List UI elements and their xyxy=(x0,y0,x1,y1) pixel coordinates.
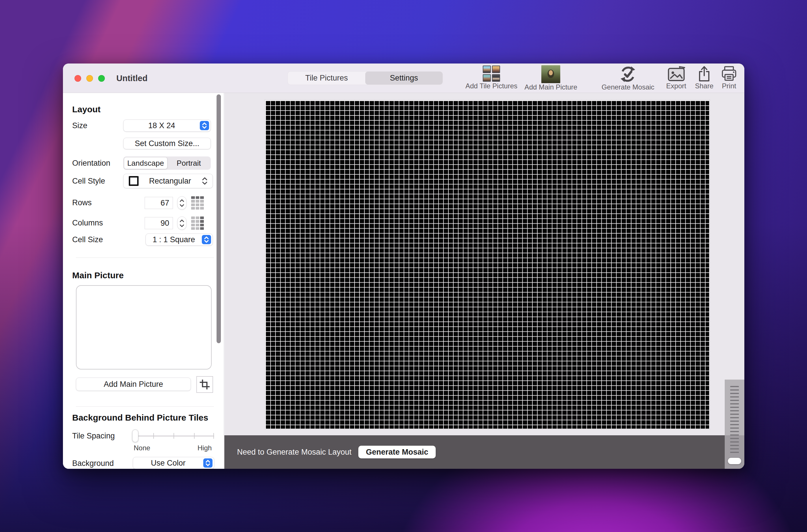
print-button[interactable]: Print xyxy=(721,65,737,93)
cell-size-label: Cell Size xyxy=(72,235,103,244)
set-custom-size-button[interactable]: Set Custom Size... xyxy=(123,138,211,149)
zoom-ruler-ticks xyxy=(730,386,739,455)
status-message: Need to Generate Mosaic Layout xyxy=(237,448,351,457)
popup-stepper-icon xyxy=(202,235,211,244)
toolbar-label: Export xyxy=(666,82,686,93)
background-header: Background Behind Picture Tiles xyxy=(72,413,208,423)
add-main-picture-button[interactable]: Add Main Picture xyxy=(76,378,191,391)
toolbar-label: Generate Mosaic xyxy=(602,83,655,94)
add-main-picture-toolbar-button[interactable]: Add Main Picture xyxy=(525,65,578,93)
zoom-slider[interactable] xyxy=(725,380,744,469)
columns-stepper[interactable] xyxy=(177,216,187,230)
set-custom-size-label: Set Custom Size... xyxy=(135,139,200,148)
rows-grid-icon xyxy=(191,196,204,210)
crop-button[interactable] xyxy=(196,376,213,393)
orientation-label: Orientation xyxy=(72,159,110,168)
generate-mosaic-button[interactable]: Generate Mosaic xyxy=(358,446,436,458)
slider-thumb[interactable] xyxy=(132,430,138,442)
mosaic-canvas-area: Need to Generate Mosaic Layout Generate … xyxy=(224,93,744,469)
toolbar-label: Print xyxy=(722,82,736,93)
rows-stepper[interactable] xyxy=(177,196,187,210)
mosaic-grid-canvas xyxy=(265,100,710,429)
close-button[interactable] xyxy=(75,75,81,82)
columns-label: Columns xyxy=(72,218,103,227)
cell-style-select[interactable]: Rectangular xyxy=(123,174,213,188)
fullscreen-button[interactable] xyxy=(98,75,105,82)
tile-spacing-label: Tile Spacing xyxy=(72,432,115,440)
add-tile-pictures-button[interactable]: Add Tile Pictures xyxy=(465,65,518,93)
minimize-button[interactable] xyxy=(86,75,93,82)
view-segmented-control: Tile Pictures Settings xyxy=(287,71,443,85)
sidebar-scrollbar[interactable] xyxy=(217,94,221,343)
background-label: Background xyxy=(72,459,114,468)
orientation-portrait[interactable]: Portrait xyxy=(167,157,210,169)
size-value: 18 X 24 xyxy=(124,121,200,130)
cell-size-value: 1 : 1 Square xyxy=(146,235,202,244)
toolbar-label: Add Main Picture xyxy=(525,83,578,94)
rectangular-cell-icon xyxy=(129,176,138,186)
window-content: Layout Size 18 X 24 Set Custom Size... O… xyxy=(63,93,744,469)
main-picture-well[interactable] xyxy=(76,285,212,369)
spacing-high-label: High xyxy=(198,444,212,452)
cell-style-label: Cell Style xyxy=(72,177,105,186)
print-icon xyxy=(721,65,737,82)
orientation-landscape[interactable]: Landscape xyxy=(124,157,167,169)
size-label: Size xyxy=(72,121,88,130)
rows-field[interactable]: 67 xyxy=(145,197,173,209)
toolbar-label: Add Tile Pictures xyxy=(465,82,518,93)
section-divider xyxy=(76,258,214,258)
tile-pictures-icon xyxy=(483,65,500,82)
chevron-up-down-icon xyxy=(202,177,208,185)
size-select[interactable]: 18 X 24 xyxy=(123,119,211,132)
rows-label: Rows xyxy=(72,198,92,207)
settings-sidebar: Layout Size 18 X 24 Set Custom Size... O… xyxy=(63,93,224,469)
toolbar-label: Share xyxy=(695,82,713,93)
title-bar: Untitled Tile Pictures Settings Add Tile… xyxy=(63,63,744,93)
crop-icon xyxy=(199,379,210,390)
share-icon xyxy=(698,65,711,82)
spacing-none-label: None xyxy=(134,444,150,452)
generate-mosaic-toolbar-button[interactable]: Generate Mosaic xyxy=(602,65,655,93)
export-icon xyxy=(667,65,685,82)
generate-mosaic-icon xyxy=(619,65,637,83)
main-picture-header: Main Picture xyxy=(72,270,124,280)
orientation-segmented-control: Landscape Portrait xyxy=(123,156,211,170)
main-picture-icon xyxy=(541,65,560,83)
app-window: Untitled Tile Pictures Settings Add Tile… xyxy=(63,63,744,469)
export-button[interactable]: Export xyxy=(666,65,686,93)
status-bar: Need to Generate Mosaic Layout Generate … xyxy=(224,435,744,469)
background-select[interactable]: Use Color xyxy=(133,457,214,469)
cell-style-value: Rectangular xyxy=(138,177,202,186)
layout-header: Layout xyxy=(72,104,100,114)
tab-tile-pictures[interactable]: Tile Pictures xyxy=(288,72,365,84)
window-title: Untitled xyxy=(116,63,148,93)
tile-spacing-slider[interactable] xyxy=(133,430,214,442)
background-value: Use Color xyxy=(133,459,203,468)
columns-field[interactable]: 90 xyxy=(145,217,173,229)
desktop-background: Untitled Tile Pictures Settings Add Tile… xyxy=(0,0,807,532)
cell-size-select[interactable]: 1 : 1 Square xyxy=(146,233,213,246)
traffic-lights xyxy=(75,75,105,82)
tab-settings[interactable]: Settings xyxy=(365,72,443,84)
popup-stepper-icon xyxy=(203,458,212,468)
popup-stepper-icon xyxy=(200,121,209,130)
add-main-picture-label: Add Main Picture xyxy=(104,380,163,389)
section-divider xyxy=(76,406,214,407)
share-button[interactable]: Share xyxy=(695,65,713,93)
columns-grid-icon xyxy=(191,216,204,230)
zoom-slider-thumb[interactable] xyxy=(728,458,741,464)
